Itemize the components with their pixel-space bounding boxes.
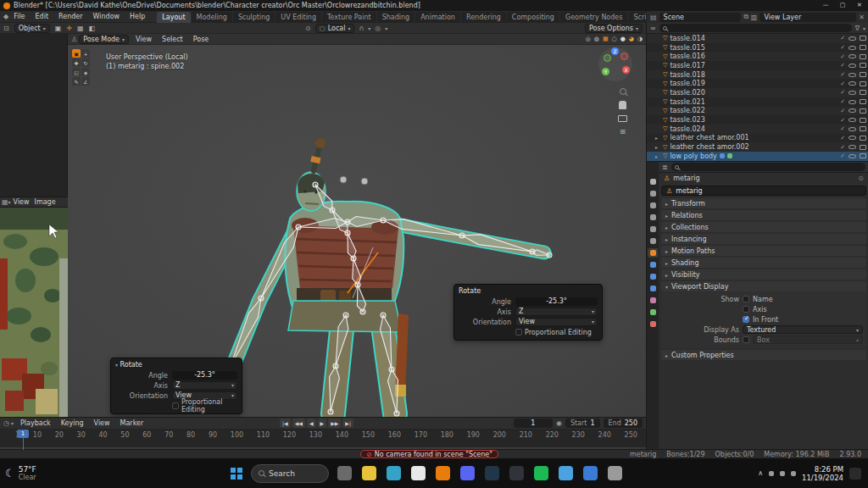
hide-render-icon[interactable] [860,118,866,123]
menu-edit[interactable]: Edit [31,13,54,20]
outliner-item[interactable]: ▽tassle.022✓ [647,107,868,116]
workspace-tab-texture-paint[interactable]: Texture Paint [322,12,376,23]
rotate-tool[interactable]: ↻ [81,58,90,67]
properties-tab-physics[interactable] [648,284,658,293]
navigation-gizmo[interactable]: Z X Y [598,47,632,81]
close-button[interactable]: ✕ [851,0,868,11]
angle-field[interactable]: -25.3° [172,371,237,380]
unlink-view-layer-icon[interactable]: ✕ [859,14,865,21]
rendered-view-icon[interactable]: ◑ [637,36,643,42]
properties-tab-object[interactable] [648,248,658,258]
hide-render-icon[interactable] [860,108,866,114]
jump-to-start-button[interactable]: |◀ [280,419,291,428]
workspace-tab-uv-editing[interactable]: UV Editing [275,12,321,23]
properties-tab-render[interactable] [648,189,658,198]
hide-viewport-icon[interactable] [849,154,856,158]
axis-z-handle[interactable]: Z [611,47,619,55]
play-button[interactable]: ▶ [318,419,327,428]
gradient-tool-icon[interactable]: ▦ [77,25,84,32]
timeline-menu-keying[interactable]: Keying [56,419,89,427]
hide-viewport-icon[interactable] [849,36,856,41]
hide-viewport-icon[interactable] [849,108,856,113]
hide-viewport-icon[interactable] [849,46,856,50]
panel-transform[interactable]: ▸Transform [661,198,866,208]
transform-gizmo-icon[interactable]: ◎ [586,36,591,42]
scene-selector[interactable]: Scene [659,13,742,22]
selectable-check-icon[interactable]: ✓ [840,152,845,159]
editor-type-icon[interactable]: ⊡ [3,25,9,32]
outliner-item[interactable]: ▸▽leather chest amor.002✓ [647,142,868,152]
tweak-tool-icon[interactable]: ▣ [55,25,62,32]
snapping-dropdown-caret[interactable]: ▾ [368,25,370,31]
panel-motion-paths[interactable]: ▸Motion Paths [661,246,866,256]
outliner-item[interactable]: ▸▽low poly body✓ [647,152,868,161]
maximize-button[interactable]: ▢ [834,0,851,11]
transform-tool[interactable]: ◈ [81,68,90,76]
selectable-check-icon[interactable]: ✓ [840,117,845,124]
wireframe-shading-icon[interactable]: ○ [612,36,617,42]
bounds-dropdown[interactable]: Box▾ [753,336,863,344]
hide-viewport-icon[interactable] [849,64,856,68]
mode-dropdown[interactable]: Pose Mode▾ [79,35,129,44]
hide-viewport-icon[interactable] [849,54,856,58]
timeline-ruler[interactable]: 1102030405060708090100110120130140150160… [0,430,646,450]
taskbar-clock[interactable]: 8:26 PM 11/19/2024 [802,465,843,482]
panel-custom-properties[interactable]: ▸Custom Properties [661,350,866,360]
outliner-item[interactable]: ▸▽leather chest amor.001✓ [647,134,868,143]
transform-orientation-dropdown[interactable]: ○Local▾ [315,24,355,33]
current-frame-field[interactable]: 1 [514,419,553,428]
selectable-check-icon[interactable]: ✓ [840,53,845,60]
selectable-check-icon[interactable]: ✓ [840,135,845,141]
panel-relations[interactable]: ▸Relations [661,210,866,220]
rotate-redo-panel[interactable]: ▾ Rotate Angle-25.3° AxisZ▾ OrientationV… [110,358,242,414]
proportional-editing-checkbox[interactable]: Proportional Editing [172,398,237,413]
spotify-icon[interactable] [531,463,551,484]
outliner-item[interactable]: ▽tassle.019✓ [647,79,868,88]
panel-visibility[interactable]: ▸Visibility [661,269,866,280]
pin-icon[interactable]: ⊙ [858,175,864,182]
selectable-check-icon[interactable]: ✓ [840,125,845,132]
workspace-tab-modeling[interactable]: Modeling [192,12,232,23]
solid-shading-icon[interactable]: ● [620,36,626,42]
jump-to-prev-keyframe-button[interactable]: ◀◀ [292,419,305,428]
hide-render-icon[interactable] [860,136,866,141]
settings-icon[interactable] [604,463,625,484]
menu-render[interactable]: Render [53,13,87,20]
weather-widget[interactable]: ☾ 57°FClear [0,465,73,481]
hide-render-icon[interactable] [860,81,866,86]
panel-collections[interactable]: ▸Collections [661,222,866,232]
workspace-tab-animation[interactable]: Animation [415,12,460,23]
hide-viewport-icon[interactable] [849,118,856,122]
outliner-item[interactable]: ▽tassle.016✓ [647,52,868,61]
view-layer-selector[interactable]: View Layer [760,13,856,22]
axis-x-handle[interactable]: X [622,66,630,74]
filter-icon[interactable]: ∇ [855,25,860,32]
hide-render-icon[interactable] [860,90,866,95]
active-tool-icon[interactable]: ✛ [66,25,72,32]
workspace-tab-compositing[interactable]: Compositing [507,12,559,23]
hide-viewport-icon[interactable] [849,136,856,140]
hide-render-icon[interactable] [860,153,866,158]
selectable-check-icon[interactable]: ✓ [840,98,845,105]
play-reverse-button[interactable]: ◀ [307,419,316,428]
pan-hand-icon[interactable] [619,101,626,109]
outliner-item[interactable]: ▽tassle.021✓ [647,97,868,107]
zoom-icon[interactable] [620,88,626,95]
timeline-menu-marker[interactable]: Marker [115,419,149,427]
selectable-check-icon[interactable]: ✓ [840,108,845,114]
angle-field[interactable]: -25.3° [515,297,598,306]
hide-viewport-icon[interactable] [849,81,856,86]
hide-render-icon[interactable] [860,54,866,59]
in-front-checkbox[interactable] [743,316,749,323]
viewport-menu-view[interactable]: View [131,36,157,43]
measure-tool[interactable]: ∠ [81,77,90,86]
selectable-check-icon[interactable]: ✓ [840,144,845,151]
outliner-item[interactable]: ▽tassle.017✓ [647,61,868,70]
hide-viewport-icon[interactable] [849,91,856,95]
x-ray-toggle-icon[interactable]: ▦ [603,36,609,42]
scale-tool[interactable]: ◱ [72,68,81,76]
panel-viewport-display[interactable]: ▾ Viewport Display [661,281,866,291]
tray-battery-icon[interactable] [791,471,796,476]
selectable-check-icon[interactable]: ✓ [840,62,845,69]
frame-start-field[interactable]: Start1 [565,419,600,428]
